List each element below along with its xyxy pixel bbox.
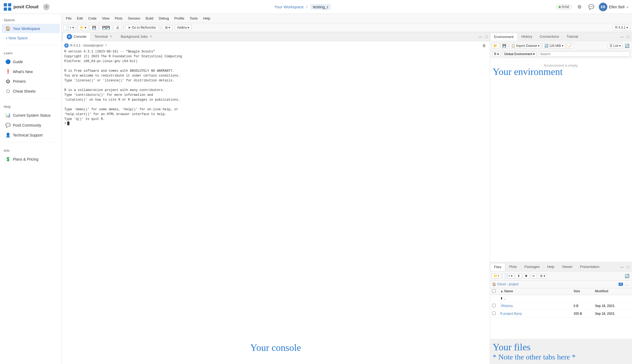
menu-debug[interactable]: Debug	[156, 15, 171, 21]
files-new-folder-button[interactable]: 📁+	[492, 273, 501, 279]
tab-console[interactable]: R Console	[63, 32, 91, 41]
select-all-checkbox[interactable]	[492, 289, 496, 293]
rhistory-select-checkbox[interactable]	[492, 304, 496, 307]
rproj-name[interactable]: R project.Rproj	[500, 312, 574, 316]
rproj-checkbox[interactable]	[492, 312, 500, 316]
files-breadcrumb-project[interactable]: project	[509, 282, 518, 286]
broom-button[interactable]: 🧹	[566, 43, 574, 48]
tab-presentation[interactable]: Presentation	[576, 263, 603, 270]
save-button[interactable]: 💾	[90, 25, 99, 30]
r-version-button[interactable]: R 4.3.1 ▾	[613, 25, 630, 30]
parent-name: ⬆ ..	[500, 297, 574, 300]
chat-button[interactable]: 💬	[587, 3, 596, 11]
table-view-button[interactable]: ⊞ ▾	[163, 25, 173, 30]
print-button[interactable]: 🖨	[114, 25, 122, 30]
tab-background-jobs[interactable]: Background Jobs ✕	[117, 33, 157, 40]
menu-edit[interactable]: Edit	[74, 15, 85, 21]
menu-help[interactable]: Help	[200, 15, 213, 21]
rhistory-size: 0 B	[574, 304, 595, 308]
rhistory-checkbox[interactable]	[492, 304, 500, 308]
files-breadcrumb-cloud[interactable]: Cloud	[497, 282, 506, 286]
console-maximize-button[interactable]: □	[484, 34, 489, 39]
sidebar-item-community[interactable]: 💬 Posit Community	[2, 120, 60, 130]
menu-code[interactable]: Code	[85, 15, 99, 21]
console-clear-button[interactable]: 🗑	[481, 43, 487, 48]
topbar-close-button[interactable]: ✕	[43, 4, 50, 10]
tab-history[interactable]: History	[518, 33, 536, 40]
toolbar: 📄+ ▾ 📁 ▾ 💾 💾💾 🖨 ➤ Go to file/functior	[62, 23, 632, 32]
table-row-rhistory[interactable]: .Rhistory 0 B Sep 18, 2023,	[490, 302, 632, 310]
tab-files[interactable]: Files	[490, 263, 505, 271]
files-delete-button[interactable]: ✖	[523, 273, 529, 279]
list-view-button[interactable]: ☰ List ▾	[608, 43, 623, 48]
breadcrumb-workspace[interactable]: Your Workspace	[274, 5, 304, 9]
table-row-rproj[interactable]: R project.Rproj 205 B Sep 18, 2023,	[490, 310, 632, 318]
save-all-button[interactable]: 💾💾	[100, 25, 113, 30]
new-blank-icon: 📄+	[504, 274, 510, 278]
menu-plots[interactable]: Plots	[112, 15, 125, 21]
tab-terminal[interactable]: Terminal ✕	[91, 33, 117, 40]
user-menu[interactable]: EB Ellen Bell ▲	[599, 3, 629, 11]
sidebar-item-guide[interactable]: 🔵 Guide	[2, 57, 60, 66]
menu-tools[interactable]: Tools	[187, 15, 200, 21]
sidebar-item-system-status[interactable]: 📊 Current System Status	[2, 111, 60, 120]
ram-indicator[interactable]: RAM	[556, 4, 572, 10]
files-maximize-button[interactable]: □	[626, 264, 630, 270]
files-rename-button[interactable]: ✏	[530, 273, 537, 279]
sidebar-item-primers[interactable]: ⏻ Primers	[2, 77, 60, 86]
breadcrumb-project[interactable]: testing_r	[310, 4, 331, 10]
files-new-blank-button[interactable]: 📄+ ▾	[502, 273, 514, 279]
menu-profile[interactable]: Profile	[172, 15, 187, 21]
sidebar-new-space[interactable]: + New Space	[2, 34, 60, 42]
tab-console-label: Console	[74, 35, 87, 39]
goto-file-button[interactable]: ➤ Go to file/functior	[125, 25, 159, 30]
tab-help[interactable]: Help	[543, 263, 558, 270]
open-file-button[interactable]: 📁 ▾	[77, 25, 89, 30]
menu-session[interactable]: Session	[125, 15, 143, 21]
global-env-select[interactable]: Global Environment ▾	[502, 51, 537, 57]
table-chevron: ▾	[169, 26, 170, 29]
svg-rect-2	[4, 7, 7, 11]
sidebar-item-plans[interactable]: 💲 Plans & Pricing	[2, 154, 60, 164]
plans-icon: 💲	[5, 157, 11, 162]
rhistory-name[interactable]: .Rhistory	[500, 304, 574, 308]
guide-icon: 🔵	[5, 59, 11, 64]
rproj-select-checkbox[interactable]	[492, 312, 496, 315]
menu-build[interactable]: Build	[143, 15, 156, 21]
files-more-button[interactable]: ⚙ ▾	[538, 273, 547, 279]
sidebar-item-workspace[interactable]: 🏠 Your Workspace	[2, 24, 60, 33]
env-search-input[interactable]	[538, 51, 630, 57]
settings-button[interactable]: ⚙	[575, 3, 584, 11]
env-load-button[interactable]: 💾	[500, 43, 508, 48]
new-file-button[interactable]: 📄+ ▾	[63, 25, 76, 30]
files-refresh-button[interactable]: 🔄	[624, 273, 630, 279]
addins-button[interactable]: Addins ▾	[175, 25, 192, 30]
tab-viewer[interactable]: Viewer	[558, 263, 576, 270]
sidebar-item-whats-new[interactable]: ❗ What's New	[2, 67, 60, 76]
env-maximize-button[interactable]: □	[626, 34, 630, 39]
env-refresh-button[interactable]: 🔄	[624, 43, 630, 48]
menu-file[interactable]: File	[63, 15, 74, 21]
sidebar-item-cheat-sheets[interactable]: ⬡ Cheat Sheets	[2, 86, 60, 96]
console-minimize-button[interactable]: —	[477, 34, 483, 39]
env-save-button[interactable]: 📂	[492, 43, 499, 48]
table-row-parent[interactable]: ⬆ ..	[490, 295, 632, 302]
sidebar-item-support[interactable]: 👤 Technical Support	[2, 130, 60, 140]
memory-button[interactable]: 🔄 126 MiB ▾	[543, 43, 565, 48]
env-minimize-button[interactable]: —	[619, 34, 625, 39]
tab-tutorial[interactable]: Tutorial	[563, 33, 582, 40]
sidebar-divider-2	[4, 98, 58, 98]
tab-background-close-icon[interactable]: ✕	[149, 35, 153, 38]
files-upload-button[interactable]: ⬆	[515, 273, 522, 279]
tab-packages[interactable]: Packages	[521, 263, 543, 270]
files-breadcrumb-more[interactable]: …	[624, 282, 630, 287]
breadcrumb-separator: /	[306, 5, 308, 9]
import-dataset-button[interactable]: 📋 Import Dataset ▾	[509, 43, 541, 48]
files-minimize-button[interactable]: —	[619, 264, 625, 270]
tab-plots[interactable]: Plots	[505, 263, 521, 270]
tab-environment[interactable]: Environment	[490, 33, 518, 41]
r-language-select[interactable]: R ▾	[492, 51, 501, 57]
tab-connections[interactable]: Connections	[536, 33, 563, 40]
menu-view[interactable]: View	[99, 15, 112, 21]
tab-terminal-close-icon[interactable]: ✕	[109, 35, 113, 38]
